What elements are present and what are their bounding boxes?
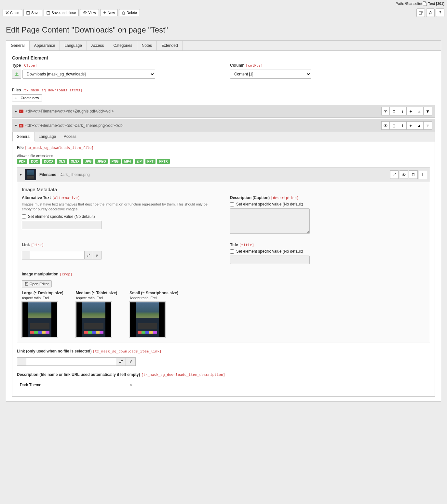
file-item-collapsed[interactable]: ▸ ▭ <dl><dt>Filename</dt><dd>Zeugnis.pdf…	[12, 105, 435, 118]
crop-preview-large[interactable]	[22, 302, 58, 338]
filename-label: Filename	[39, 172, 56, 177]
delete-item-button[interactable]	[390, 107, 398, 115]
crop-preview-small[interactable]	[129, 302, 165, 338]
alt-input	[22, 221, 102, 229]
tab-access[interactable]: Access	[87, 41, 109, 50]
collapse-file-icon[interactable]: ▾	[20, 172, 22, 177]
ext-xlsx: XLSX	[69, 159, 81, 164]
delete-item-button[interactable]	[390, 121, 398, 130]
file-field-label: File [tx_mask_sg_downloads_item_file]	[17, 145, 430, 150]
ext-xls: XLS	[57, 159, 67, 164]
item-tab-language[interactable]: Language	[35, 132, 60, 141]
ext-zip: ZIP	[135, 159, 144, 164]
save-close-button[interactable]: Save and close	[44, 9, 79, 16]
ext-jpg: JPG	[83, 159, 93, 164]
desc-label: Description (Caption) [description]	[230, 195, 425, 200]
alt-override-checkbox[interactable]	[22, 214, 26, 219]
crop-preview-medium[interactable]	[76, 302, 112, 338]
files-label: Files [tx_mask_sg_downloads_items]	[12, 88, 435, 92]
close-button[interactable]: Close	[3, 9, 22, 16]
mask-icon: ▭	[19, 124, 23, 127]
file-reference-body: Image Metadata Alternative Text [alterna…	[17, 182, 430, 342]
link-input[interactable]	[30, 251, 85, 259]
move-up-button[interactable]: ▲	[415, 121, 424, 130]
mask-icon: ▭	[19, 110, 23, 113]
ext-docx: DOCX	[42, 159, 55, 164]
tab-language[interactable]: Language	[60, 41, 87, 50]
svg-rect-13	[393, 125, 395, 127]
toggle-visibility-button[interactable]	[381, 107, 390, 115]
crop-variant-medium: Medium (~ Tablet size) Aspect ratio: Fre…	[76, 291, 117, 338]
tab-categories[interactable]: Categories	[109, 41, 137, 50]
crop-variant-large: Large (~ Desktop size) Aspect ratio: Fre…	[22, 291, 63, 338]
view-button[interactable]: View	[80, 9, 99, 16]
path-segment[interactable]: /Startseite/	[405, 2, 422, 6]
item-tab-general[interactable]: General	[12, 132, 35, 141]
edit-metadata-button[interactable]	[390, 170, 399, 179]
save-button[interactable]: Save	[23, 9, 42, 16]
open-editor-button[interactable]: Open Editor	[22, 280, 52, 287]
clear-input-button[interactable]: ×	[130, 383, 132, 387]
column-select[interactable]: Content [1]	[230, 70, 311, 79]
add-after-button[interactable]: +	[407, 107, 415, 115]
open-new-window-button[interactable]	[416, 8, 425, 17]
item-link-label: Link (only used when no file is selected…	[17, 349, 430, 353]
allowed-ext-label: Allowed file extensions	[17, 154, 430, 158]
item-link-wizard-button[interactable]	[116, 357, 126, 366]
collapse-icon[interactable]: ▾	[15, 123, 17, 128]
toggle-file-visibility-button[interactable]	[400, 170, 408, 179]
info-button[interactable]: i	[398, 121, 407, 130]
bookmark-button[interactable]	[426, 8, 435, 17]
type-select[interactable]: Downloads [mask_sg_downloads]	[22, 70, 155, 79]
link-browser-button[interactable]	[93, 251, 102, 259]
svg-point-12	[385, 125, 386, 126]
item-link-prefix-icon	[17, 357, 26, 366]
type-label: Type [CType]	[12, 63, 217, 68]
toolbar: Close Save Save and close View New Delet…	[0, 7, 447, 18]
svg-point-9	[385, 111, 386, 112]
info-button[interactable]: i	[398, 107, 407, 115]
alt-override-label: Set element specific value (No default)	[28, 214, 95, 219]
path-bar: Path: /Startseite/ Test [301]	[0, 0, 447, 7]
add-after-button[interactable]: +	[407, 121, 415, 130]
move-down-button[interactable]: ▼	[424, 107, 432, 115]
expand-icon[interactable]: ▸	[15, 109, 17, 113]
section-content-element: Content Element	[12, 55, 435, 60]
ext-pptx: PPTX	[157, 159, 169, 164]
link-wizard-button[interactable]	[85, 251, 93, 259]
crop-label: Image manipulation [crop]	[22, 272, 425, 276]
tab-general[interactable]: General	[6, 41, 30, 51]
tab-notes[interactable]: Notes	[137, 41, 157, 50]
help-button[interactable]: ?	[436, 8, 444, 17]
toggle-visibility-button[interactable]	[381, 121, 390, 130]
item-desc-input[interactable]	[17, 381, 134, 389]
item-link-browser-button[interactable]	[126, 357, 136, 366]
path-label: Path:	[396, 2, 404, 6]
ext-doc: DOC	[29, 159, 40, 164]
delete-button[interactable]: Delete	[119, 9, 140, 16]
file-item-expanded-header[interactable]: ▾ ▭ <dl><dt>Filename</dt><dd>Dark_Theme.…	[12, 119, 435, 132]
desc-override-checkbox[interactable]	[230, 202, 234, 206]
svg-rect-1	[27, 11, 29, 12]
move-up-button[interactable]: ▲	[415, 107, 424, 115]
file-item-expanded-body: General Language Access File [tx_mask_sg…	[12, 132, 435, 397]
tab-extended[interactable]: Extended	[157, 41, 183, 50]
title-override-label: Set element specific value (No default)	[236, 249, 303, 254]
move-down-button[interactable]: ▼	[424, 121, 432, 130]
filename-value: Dark_Theme.png	[60, 172, 90, 177]
new-button[interactable]: New	[100, 9, 118, 16]
file-reference-header[interactable]: ▾ Filename Dark_Theme.png i	[17, 167, 430, 182]
collapsed-title: <dl><dt>Filename</dt><dd>Zeugnis.pdf</dd…	[25, 109, 114, 113]
delete-file-button[interactable]	[409, 170, 418, 179]
create-new-button[interactable]: + Create new	[12, 94, 42, 101]
ext-pdf: PDF	[17, 159, 27, 164]
title-override-checkbox[interactable]	[230, 249, 234, 254]
item-tab-access[interactable]: Access	[60, 132, 80, 141]
file-info-button[interactable]: i	[419, 171, 427, 179]
tab-appearance[interactable]: Appearance	[30, 41, 60, 50]
path-uid: [301]	[436, 2, 444, 6]
allowed-ext-list: PDF DOC DOCX XLS XLSX JPG JPEG PNG MP4 Z…	[17, 159, 430, 164]
page-heading: Edit Page Content "Downloads" on page "T…	[6, 25, 441, 34]
type-icon	[12, 70, 21, 79]
item-link-input[interactable]	[26, 357, 116, 366]
